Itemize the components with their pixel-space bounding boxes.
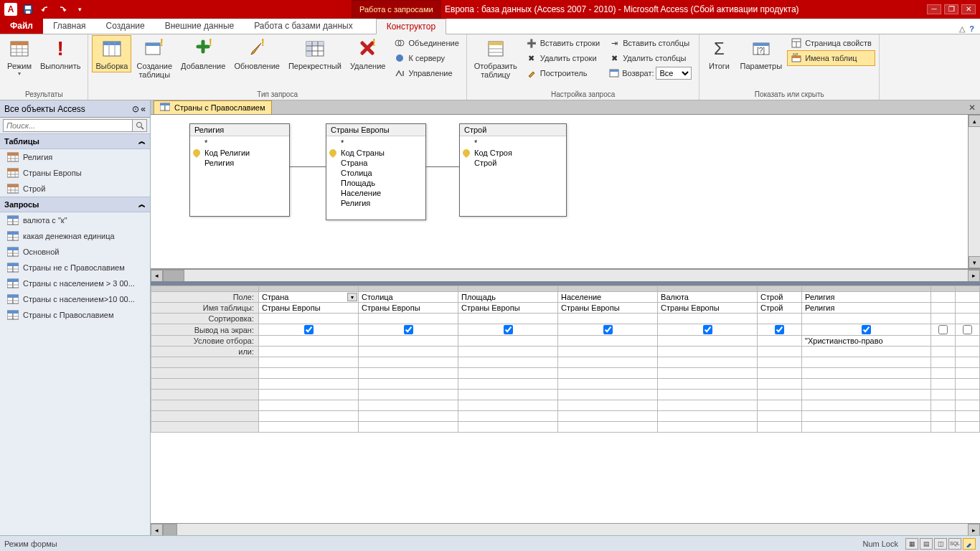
grid-cell[interactable]: Страна▾ [259,292,359,303]
grid-cell[interactable] [931,314,956,324]
grid-cell[interactable]: Страны Европы [458,303,558,314]
grid-cell[interactable]: Страны Европы [259,303,359,314]
grid-cell[interactable]: Страны Европы [558,303,658,314]
grid-cell[interactable] [658,368,758,379]
grid-cell[interactable] [458,324,558,336]
grid-cell[interactable] [658,357,758,368]
undo-icon[interactable] [37,1,53,17]
maketable-query-button[interactable]: ! Создание таблицы [133,36,175,80]
grid-cell[interactable] [758,390,802,400]
nav-item-query[interactable]: Страны с населением>10 00... [0,291,150,307]
grid-cell[interactable] [931,336,956,347]
grid-cell[interactable] [359,379,458,390]
view-pivotchart-button[interactable]: ◫ [934,538,947,550]
grid-cell[interactable]: Религия [802,292,931,303]
scroll-up-icon[interactable]: ▴ [969,115,980,127]
tab-create[interactable]: Создание [96,18,155,34]
grid-cell[interactable] [458,336,558,347]
app-menu-icon[interactable]: A [3,1,19,17]
grid-cell[interactable] [956,357,980,368]
column-selector[interactable] [259,286,359,292]
grid-cell[interactable] [259,324,359,336]
grid-cell[interactable] [802,368,931,379]
grid-cell[interactable] [956,411,980,422]
show-checkbox[interactable] [304,325,314,334]
grid-cell[interactable] [359,400,458,411]
grid-cell[interactable] [802,357,931,368]
field-list-regime[interactable]: Строй * Код Строя Строй [459,123,567,217]
nav-group-queries[interactable]: Запросы︽ [0,197,150,212]
scroll-thumb[interactable] [163,270,184,282]
field-item-pk[interactable]: Код Религии [190,148,289,158]
show-checkbox[interactable] [775,325,784,334]
grid-cell[interactable] [558,422,658,433]
field-list-title[interactable]: Страны Европы [326,124,425,136]
qat-customize-icon[interactable]: ▾ [72,1,88,17]
grid-cell[interactable] [259,411,359,422]
grid-cell[interactable] [758,324,802,336]
grid-cell[interactable] [259,314,359,324]
grid-cell[interactable] [259,400,359,411]
field-list-title[interactable]: Строй [460,124,566,136]
grid-cell[interactable] [259,368,359,379]
field-item[interactable]: Страна [326,158,425,168]
grid-cell[interactable] [458,314,558,324]
grid-cell[interactable] [658,347,758,357]
grid-cell[interactable] [658,324,758,336]
grid-cell[interactable] [259,347,359,357]
column-selector[interactable] [359,286,458,292]
grid-cell[interactable] [558,324,658,336]
grid-cell[interactable]: Религия [802,303,931,314]
grid-cell[interactable] [956,303,980,314]
view-button[interactable]: Режим ▾ [4,36,34,78]
grid-cell[interactable] [956,324,980,336]
grid-cell[interactable] [259,422,359,433]
show-checkbox[interactable] [963,325,972,334]
field-item[interactable]: Население [326,188,425,198]
grid-cell[interactable]: Строй [758,292,802,303]
grid-scrollbar-h[interactable]: ◂ ▸ [151,523,980,535]
grid-cell[interactable] [359,336,458,347]
grid-cell[interactable] [458,390,558,400]
nav-header[interactable]: Все объекты Access ⊙« [0,100,150,118]
grid-cell[interactable] [458,400,558,411]
grid-cell[interactable] [758,379,802,390]
grid-cell[interactable] [931,347,956,357]
show-checkbox[interactable] [703,325,712,334]
column-selector[interactable] [758,286,802,292]
grid-cell[interactable] [359,411,458,422]
column-selector[interactable] [658,286,758,292]
grid-cell[interactable] [658,336,758,347]
field-list-religion[interactable]: Религия * Код Религии Религия [189,123,290,217]
grid-cell[interactable] [359,390,458,400]
column-selector[interactable] [956,286,980,292]
grid-cell[interactable] [931,303,956,314]
scroll-left-icon[interactable]: ◂ [151,524,163,536]
grid-cell[interactable] [359,324,458,336]
append-query-button[interactable]: ! Добавление [178,36,228,72]
column-selector[interactable] [458,286,558,292]
passthrough-query-button[interactable]: К серверу [391,51,461,65]
grid-cell[interactable] [802,347,931,357]
field-list-title[interactable]: Религия [190,124,289,136]
grid-cell[interactable] [558,314,658,324]
grid-cell[interactable] [758,336,802,347]
grid-cell[interactable] [558,400,658,411]
grid-cell[interactable] [758,347,802,357]
file-tab[interactable]: Файл [0,18,43,34]
grid-cell[interactable] [956,400,980,411]
grid-cell[interactable] [558,390,658,400]
grid-cell[interactable] [758,357,802,368]
redo-icon[interactable] [55,1,70,17]
grid-cell[interactable] [458,411,558,422]
return-select[interactable]: Все [656,67,692,80]
search-input[interactable] [3,119,133,132]
grid-cell[interactable] [359,422,458,433]
view-sql-button[interactable]: SQL [948,538,961,550]
grid-cell[interactable] [802,411,931,422]
grid-cell[interactable] [956,292,980,303]
propsheet-button[interactable]: Страница свойств [788,36,875,50]
nav-item-query[interactable]: Страны не с Православием [0,260,150,276]
nav-item-table[interactable]: Строй [0,181,150,197]
grid-cell[interactable] [259,390,359,400]
